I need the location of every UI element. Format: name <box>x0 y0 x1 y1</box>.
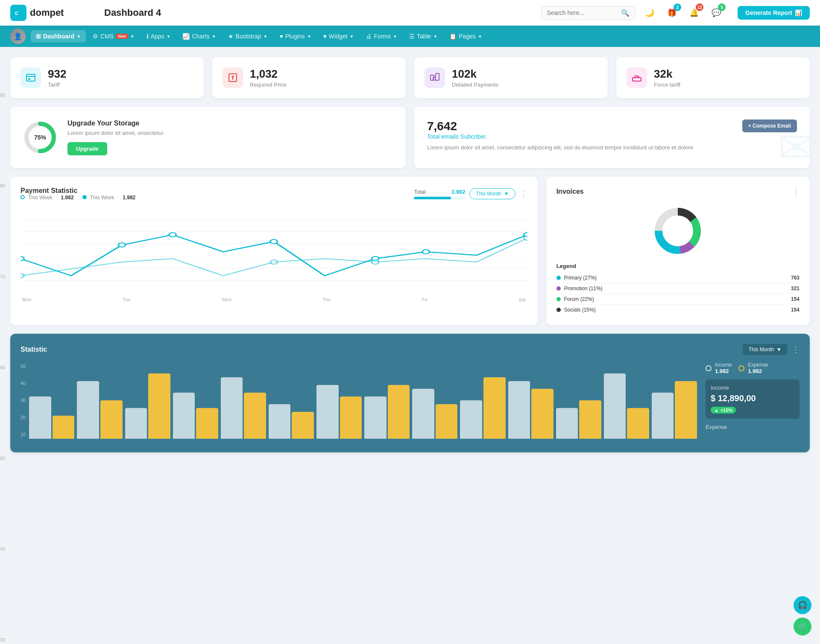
email-card: 7,642 Total emails Subcriber. Lorem ipsu… <box>414 107 810 168</box>
bar-chart-section: 50 40 30 20 10 <box>20 362 697 442</box>
required-price-icon <box>223 67 243 88</box>
invoice-legend-socials: Socials (15%) 154 <box>556 305 800 315</box>
invoices-more-options[interactable]: ⋮ <box>792 187 800 196</box>
bar-group-2 <box>77 381 122 439</box>
nav-item-forms[interactable]: 🖨 Forms ▼ <box>360 30 402 42</box>
statistic-more-options[interactable]: ⋮ <box>792 345 800 354</box>
nav-item-bootstrap[interactable]: ★ Bootstrap ▼ <box>223 30 273 42</box>
bar-white-14 <box>652 393 674 439</box>
nav-item-plugins[interactable]: ♥ Plugins ▼ <box>274 30 316 42</box>
bar-group-4 <box>173 393 218 439</box>
income-label: Income <box>715 362 732 368</box>
bar-yellow-14 <box>675 381 697 439</box>
bar-group-11 <box>508 381 554 439</box>
svg-point-27 <box>169 233 176 237</box>
search-icon: 🔍 <box>621 9 630 17</box>
income-amount: $ 12,890,00 <box>711 393 794 403</box>
bar-white-8 <box>364 396 387 439</box>
invoice-legend-primary: Primary (27%) 763 <box>556 273 800 283</box>
storage-card: 75% Upgrade Your Storage Lorem ipsum dol… <box>10 107 406 168</box>
expense-circle <box>738 365 744 371</box>
chevron-down-icon: ▼ <box>167 34 171 39</box>
expense-toggle: Expense 1.982 <box>738 362 768 374</box>
bar-yellow-4 <box>196 408 218 439</box>
payment-chart-left: Payment Statistic This Week 1.982 This W… <box>20 187 135 201</box>
bar-yellow-7 <box>340 396 362 439</box>
force-tariff-label: Force tariff <box>654 82 680 88</box>
upgrade-button[interactable]: Upgrade <box>67 142 107 155</box>
svg-point-35 <box>524 236 527 240</box>
more-options-icon[interactable]: ⋮ <box>520 189 527 198</box>
svg-point-32 <box>20 274 24 278</box>
svg-text:c: c <box>15 9 18 16</box>
income-detail-label: Income <box>711 385 794 391</box>
nav-item-charts[interactable]: 📈 Charts ▼ <box>177 30 221 42</box>
bar-chart-area <box>29 362 697 439</box>
bar-white-9 <box>412 389 434 439</box>
nav-item-widget[interactable]: ♥ Widget ▼ <box>318 30 359 42</box>
chat-icon-btn[interactable]: 💬 5 <box>709 5 724 20</box>
payment-progress-bar <box>414 197 465 199</box>
expense-label: Expense <box>748 362 768 368</box>
chevron-down-icon: ▼ <box>307 34 311 39</box>
bar-group-9 <box>412 389 457 439</box>
chevron-down-icon: ▼ <box>776 347 782 353</box>
bar-chart-with-labels: 50 40 30 20 10 <box>20 362 697 442</box>
detailed-payments-info: 102k Detailed Payments <box>452 67 498 88</box>
chevron-down-icon: ▼ <box>433 34 437 39</box>
dark-mode-toggle[interactable]: 🌙 <box>642 5 657 20</box>
svg-point-30 <box>422 250 429 254</box>
search-area[interactable]: 🔍 <box>541 6 635 20</box>
statistic-month-filter[interactable]: This Month ▼ <box>743 344 788 355</box>
income-expense-toggles: Income 1.982 Expense 1.982 <box>706 362 800 374</box>
force-tariff-value: 32k <box>654 67 680 81</box>
search-input[interactable] <box>547 9 618 16</box>
detailed-payments-icon <box>425 67 445 88</box>
statistic-controls: This Month ▼ ⋮ <box>743 344 800 355</box>
bar-group-5 <box>221 377 266 439</box>
statistic-card: Statistic This Month ▼ ⋮ 50 40 30 20 <box>10 334 810 452</box>
income-value: 1.982 <box>715 368 732 374</box>
generate-report-button[interactable]: Generate Report 📊 <box>738 6 810 20</box>
bar-yellow-13 <box>627 408 649 439</box>
force-tariff-icon <box>627 67 647 88</box>
forum-dot <box>556 297 561 301</box>
tariff-icon <box>20 67 41 88</box>
x-axis-labels: Mon Tue Wed Thu Fri Sat <box>20 297 527 302</box>
bar-yellow-11 <box>531 389 554 439</box>
statistic-content: 50 40 30 20 10 <box>20 362 800 442</box>
detailed-payments-value: 102k <box>452 67 498 81</box>
table-icon: ☰ <box>409 33 415 40</box>
bar-yellow-2 <box>100 400 123 439</box>
socials-dot <box>556 308 561 312</box>
stats-row: 932 Tariff 1,032 Required Price <box>10 57 810 98</box>
bar-white-11 <box>508 381 530 439</box>
tariff-label: Tariff <box>48 82 66 88</box>
svg-point-33 <box>270 260 277 264</box>
payment-chart-legend: This Week 1.982 This Week 1.982 <box>20 195 135 201</box>
header: c dompet Dashboard 4 🔍 🌙 🎁 2 🔔 12 💬 5 Ge… <box>0 0 820 26</box>
invoice-legend-promotion: Promotion (11%) 321 <box>556 283 800 294</box>
gift-icon-btn[interactable]: 🎁 2 <box>664 5 679 20</box>
storage-donut: 75% <box>23 120 57 154</box>
svg-rect-9 <box>436 73 439 80</box>
required-price-value: 1,032 <box>250 67 287 81</box>
chevron-down-icon: ▼ <box>478 34 482 39</box>
nav-item-apps[interactable]: ℹ Apps ▼ <box>141 30 176 42</box>
invoice-legend-forum: Forum (22%) 154 <box>556 294 800 305</box>
nav-item-cms[interactable]: ⚙ CMS New ▼ <box>88 30 140 42</box>
generate-report-label: Generate Report <box>745 9 792 16</box>
chat-badge: 5 <box>718 3 726 11</box>
bell-icon-btn[interactable]: 🔔 12 <box>686 5 702 20</box>
bar-yellow-6 <box>292 412 314 439</box>
nav-item-pages[interactable]: 📋 Pages ▼ <box>444 30 487 42</box>
this-month-filter[interactable]: This Month ▼ <box>469 188 515 199</box>
invoices-donut-chart <box>556 203 800 259</box>
income-detail-box: Income $ 12,890,00 ▲ +15% <box>706 379 800 419</box>
chevron-down-icon: ▼ <box>76 34 81 39</box>
nav-item-table[interactable]: ☰ Table ▼ <box>404 30 442 42</box>
required-price-label: Required Price <box>250 82 287 88</box>
invoices-header: Invoices ⋮ <box>556 187 800 196</box>
force-tariff-info: 32k Force tariff <box>654 67 680 88</box>
nav-item-dashboard[interactable]: ⊞ Dashboard ▼ <box>31 30 86 42</box>
